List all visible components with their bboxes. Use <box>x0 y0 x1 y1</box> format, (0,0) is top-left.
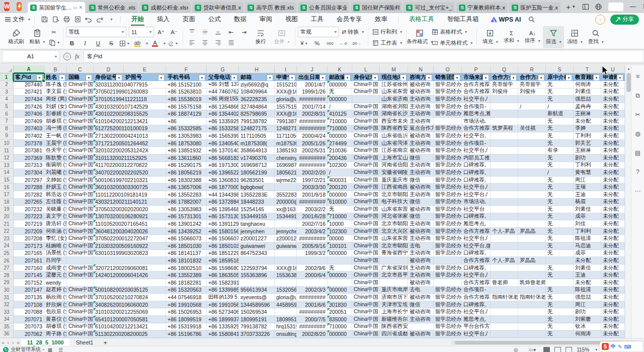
cell-S10[interactable]: 无 <box>546 140 574 147</box>
minimize-button[interactable]: — <box>626 0 639 13</box>
cell-S18[interactable]: 无 <box>546 199 574 206</box>
cell-T10[interactable]: 郭关艺 <box>574 140 601 147</box>
row-header-12[interactable]: 12 <box>0 154 14 162</box>
cell-L24[interactable]: China中国 <box>352 242 380 250</box>
menu-item-视图[interactable]: 视图 <box>279 13 304 26</box>
cell-J17[interactable]: 2001/9/18 <box>297 191 328 199</box>
cell-Q12[interactable] <box>491 154 518 162</box>
cell-A25[interactable]: 207165 <box>14 250 44 257</box>
cell-B6[interactable]: 彭睿婧 (女) <box>44 110 67 118</box>
cell-H31[interactable]: xyevents@ <box>239 294 275 301</box>
cell-I13[interactable]: 169698712## <box>275 162 297 169</box>
cell-R4[interactable] <box>518 96 546 103</box>
cell-B22[interactable]: 何依涵 (女) <box>44 228 67 235</box>
cell-R29[interactable]: 凯烁曾老师 <box>518 279 546 287</box>
cell-R25[interactable] <box>518 250 546 257</box>
row-header-22[interactable]: 22 <box>0 228 14 235</box>
cell-L16[interactable]: China中国 <box>352 184 380 191</box>
cell-H19[interactable]: 15254145 <box>239 206 275 213</box>
cell-R16[interactable] <box>518 184 546 191</box>
cell-H3[interactable]: 108409964 <box>239 89 275 96</box>
cell-I30[interactable]: 153205639 <box>275 287 297 294</box>
cell-F35[interactable]: +86 15319918 <box>166 323 207 331</box>
prev-sheet-icon[interactable]: ‹ <box>6 340 11 345</box>
cell-M34[interactable]: 新疆维吾尔 <box>380 316 408 323</box>
cell-I17[interactable]: 35522836 <box>275 191 297 199</box>
sheet-tab-11_28_5_1000[interactable]: 11_28_5_1000 <box>21 338 70 346</box>
cell-C13[interactable]: China中国 <box>67 162 94 169</box>
cell-P34[interactable]: 雅思考点, <box>462 316 491 323</box>
cell-P7[interactable]: 市场活动, <box>462 118 491 125</box>
cell-T31[interactable]: 强思喆 <box>574 294 601 301</box>
add-sheet-button[interactable]: + <box>100 339 112 346</box>
cell-I36[interactable]: onsulting <box>275 330 297 338</box>
cell-H24[interactable]: guiwanwei <box>239 242 275 250</box>
cell-O33[interactable]: 留学总经办 <box>434 308 462 316</box>
cell-O27[interactable]: 留学总经办 <box>434 265 462 272</box>
cell-K16[interactable]: 200120 <box>328 184 352 191</box>
row-header-35[interactable]: 35 <box>0 323 14 331</box>
cell-S35[interactable]: 无 <box>546 323 574 331</box>
undo-icon[interactable] <box>83 15 94 25</box>
cell-K35[interactable]: 710000 <box>328 323 352 331</box>
cell-P25[interactable]: 口碑推荐, <box>462 250 491 257</box>
cell-C25[interactable]: China中国 <box>67 250 94 257</box>
header-cell-G1[interactable]: 父母电话号码▼ <box>207 73 239 81</box>
cell-A29[interactable]: 207152 <box>14 279 44 287</box>
cell-J5[interactable]: 2001/7/14 <box>297 103 328 111</box>
cell-A26[interactable]: 207161 <box>14 257 44 265</box>
align-center-button[interactable] <box>199 38 211 47</box>
export-pdf-icon[interactable] <box>50 15 61 25</box>
row-header-13[interactable]: 13 <box>0 162 14 169</box>
cell-F31[interactable]: +44 07546918 <box>166 294 207 301</box>
cell-H27[interactable]: 122593794 <box>239 265 275 272</box>
cell-T2[interactable]: 何雨涛 <box>574 81 601 89</box>
page-layout-view-icon[interactable] <box>554 347 561 352</box>
cell-T29[interactable]: 未分配 <box>574 279 601 287</box>
cell-R31[interactable]: 指南针张老 <box>518 294 546 301</box>
cell-B23[interactable]: 季忆 (女) <box>44 235 67 242</box>
formula-content[interactable]: 客户id <box>84 50 644 62</box>
sidebar-cut-icon[interactable]: ✂ <box>634 111 642 119</box>
column-header-S[interactable]: S <box>546 65 574 73</box>
menu-item-审阅[interactable]: 审阅 <box>253 13 279 26</box>
cell-U14[interactable]: 未分配 <box>601 169 625 177</box>
cell-B5[interactable]: 刘妍 (女) <box>44 103 67 111</box>
cell-K5[interactable]: / <box>328 103 352 111</box>
file-menu[interactable]: 文件 ▾ <box>5 15 30 24</box>
cell-H21[interactable]: tanghaoxu <box>239 220 275 228</box>
menu-item-插入[interactable]: 插入 <box>150 13 176 26</box>
display-mode-icon[interactable]: ▭▾ <box>529 347 536 352</box>
cell-P20[interactable]: 口碑推荐, <box>462 213 491 221</box>
cell-F14[interactable]: +86 18056219 <box>166 169 207 177</box>
cell-S5[interactable]: / <box>546 103 574 111</box>
cell-O19[interactable]: 留学总经办 <box>434 206 462 213</box>
cell-K36[interactable]: 000000 <box>328 330 352 338</box>
cell-T34[interactable]: 刘紫馨 <box>574 316 601 323</box>
cell-K32[interactable]: 301830 <box>328 301 352 309</box>
cell-F22[interactable]: +86 13439252 <box>166 228 207 235</box>
cell-N21[interactable]: 主动咨询 <box>408 220 434 228</box>
column-header-N[interactable]: N <box>408 65 434 73</box>
cell-J28[interactable]: 2000/6/4 <box>297 272 328 279</box>
cell-A2[interactable]: 207440 <box>14 81 44 89</box>
cell-M28[interactable]: 北京市昌平 <box>380 272 408 279</box>
cell-B15[interactable]: 文静如 (女) <box>44 177 67 184</box>
cell-B4[interactable]: 周煜 (男) <box>44 96 67 103</box>
underline-button[interactable]: U <box>92 39 104 48</box>
cell-S3[interactable]: 无 <box>546 89 574 96</box>
cell-U16[interactable]: 未分配 <box>601 184 625 191</box>
header-cell-S1[interactable]: 原中介机构▼ <box>546 73 574 81</box>
cell-C6[interactable]: China中国 <box>67 110 94 118</box>
cell-M8[interactable]: 陕西省西安 <box>380 125 408 133</box>
cell-B25[interactable]: 汤景然 (女) <box>44 250 67 257</box>
cell-G5[interactable]: +86 1354866895 <box>207 103 239 111</box>
cell-J36[interactable]: 2002/8/20 <box>297 330 328 338</box>
cell-H36[interactable]: 3703733226 <box>239 330 275 338</box>
accessibility-icon[interactable]: ◎ <box>514 347 518 352</box>
cell-D33[interactable]: 310103200212255069 <box>94 308 166 316</box>
cell-L33[interactable]: China中国 <box>352 308 380 316</box>
cell-O24[interactable]: 留学总经办 <box>434 242 462 250</box>
cell-T30[interactable]: 陈祖清 <box>574 287 601 294</box>
cell-U20[interactable]: 未分配 <box>601 213 625 221</box>
